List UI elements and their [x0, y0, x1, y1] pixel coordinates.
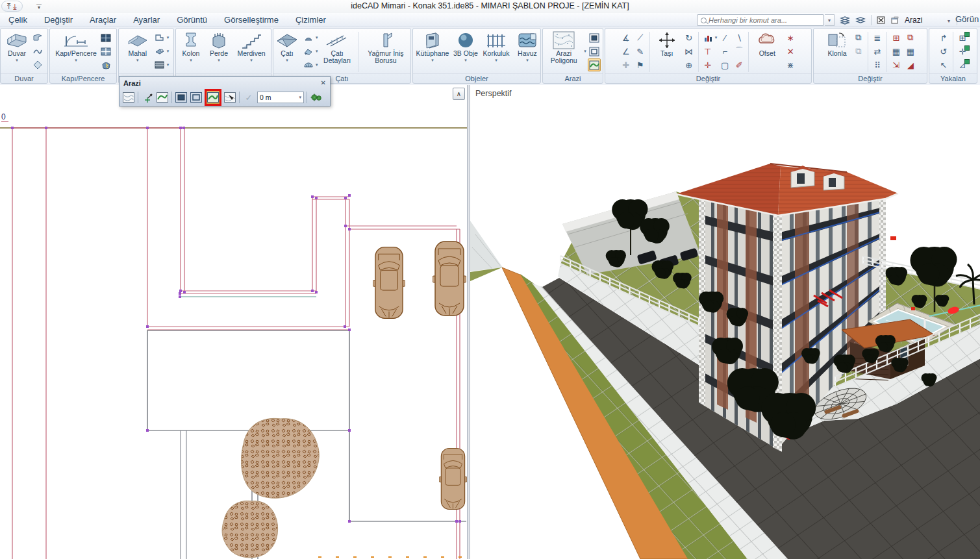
perspective-canvas[interactable]	[470, 85, 980, 559]
tab-araclar[interactable]: Araçlar	[81, 14, 125, 26]
stack-icon[interactable]: ≣	[871, 31, 884, 44]
search-dropdown-button[interactable]: ▾	[825, 14, 835, 26]
stretch-icon[interactable]: ⇲	[890, 58, 903, 71]
terrain-generate-icon[interactable]	[310, 91, 323, 104]
terrain-frame-icon[interactable]	[190, 91, 203, 104]
arazi-floating-toolbar[interactable]: Arazi ✕ ✓ 0	[119, 76, 331, 106]
float-view-icon[interactable]	[888, 14, 901, 26]
fillet-icon[interactable]: ⌒	[733, 45, 746, 58]
free-move-icon[interactable]: ✚	[620, 58, 633, 71]
tab-degistir[interactable]: Değiştir	[36, 14, 81, 26]
swap-icon[interactable]: ⇄	[871, 45, 884, 58]
explode-icon[interactable]: ∗	[784, 31, 797, 44]
close-icon[interactable]: ✕	[321, 79, 326, 86]
tab-goruntu[interactable]: Görüntü	[168, 14, 216, 26]
magic-pen-icon[interactable]: ✐	[733, 58, 746, 71]
layer-stack-icon[interactable]	[853, 14, 868, 26]
grid-select-icon[interactable]: ▦	[890, 45, 903, 58]
perspective-view-panel[interactable]: Perspektif	[470, 85, 980, 559]
cati-detaylari-button[interactable]: Çatı Detayları	[319, 31, 355, 65]
terrain-point-icon[interactable]	[141, 91, 154, 104]
tab-ayarlar[interactable]: Ayarlar	[125, 14, 168, 26]
table-select-icon[interactable]: ▦	[904, 45, 917, 58]
align-icon[interactable]: ⊕	[683, 58, 696, 71]
flag-icon[interactable]: ⚑	[634, 58, 647, 71]
havuz-button[interactable]: Havuz ▾	[514, 31, 540, 63]
layer-list-icon[interactable]	[838, 14, 852, 26]
active-layer-combo[interactable]: Arazi	[902, 16, 925, 25]
terrain-elevation-icon[interactable]	[588, 58, 601, 71]
plan-trees[interactable]	[222, 418, 319, 558]
copy-icon[interactable]: ⧉	[852, 31, 865, 44]
kutuphane-button[interactable]: Kütüphane ▾	[413, 31, 452, 63]
dots-icon[interactable]: ⠿	[871, 58, 884, 71]
obje3b-button[interactable]: 3B Obje ▾	[453, 31, 478, 63]
axis-icon[interactable]: ⊤	[701, 45, 714, 58]
snap-point-lock-icon[interactable]: ✛	[956, 45, 969, 58]
duvar-button[interactable]: Duvar ▾	[4, 31, 30, 63]
awning-icon[interactable]	[302, 58, 315, 71]
terrain-frame-icon[interactable]	[588, 45, 601, 58]
terrain-patch-icon[interactable]	[175, 91, 188, 104]
snap-poly-lock-icon[interactable]: ⊿	[956, 58, 969, 71]
car[interactable]	[439, 448, 467, 509]
terrain-check-icon[interactable]: ✓	[242, 91, 255, 104]
polywall-icon[interactable]	[31, 45, 44, 58]
plan-view-panel[interactable]: 0	[0, 85, 467, 559]
tab-cizimler[interactable]: Çizimler	[287, 14, 334, 26]
eyedropper-icon[interactable]: ✎	[634, 45, 647, 58]
stats-icon[interactable]	[701, 31, 714, 44]
search-input[interactable]	[709, 16, 822, 24]
zone-stamp-icon[interactable]	[153, 45, 166, 58]
skylight-icon[interactable]	[302, 45, 315, 58]
plan-cars[interactable]	[373, 242, 467, 510]
mirror-icon[interactable]: ⋈	[683, 45, 696, 58]
layer-combo-caret-icon[interactable]: ▾	[948, 18, 950, 24]
terrain-patch-icon[interactable]	[588, 31, 601, 44]
merdiven-button[interactable]: Merdiven ▾	[233, 31, 270, 63]
origin-move-icon[interactable]: ✛	[701, 58, 714, 71]
delete-icon[interactable]: ✕	[784, 45, 797, 58]
arazi-poligonu-button[interactable]: Arazi Poligonu	[545, 31, 583, 65]
array2-icon[interactable]: ⧉	[904, 31, 917, 44]
break-icon[interactable]: ⋇	[784, 58, 797, 71]
collapse-view-button[interactable]: ∧	[453, 88, 465, 100]
rotate-icon[interactable]: ↻	[683, 31, 696, 44]
terrain-breakline-icon[interactable]	[156, 91, 169, 104]
tasi-button[interactable]: Taşı	[653, 31, 681, 57]
klonla-button[interactable]: Klonla	[823, 31, 851, 57]
terrain-contours-icon[interactable]	[122, 91, 135, 104]
kapi-pencere-button[interactable]: Kapı/Pencere ▾	[54, 31, 98, 63]
dome-icon[interactable]	[302, 31, 315, 44]
car[interactable]	[373, 247, 405, 319]
eraser-icon[interactable]: ◢	[904, 58, 917, 71]
slab-icon[interactable]	[153, 58, 166, 71]
ruler-pen-icon[interactable]: ⟋	[634, 31, 647, 44]
perde-button[interactable]: Perde ▾	[206, 31, 232, 63]
opening-icon[interactable]	[99, 58, 112, 71]
corner-wall-icon[interactable]	[31, 31, 44, 44]
cati-button[interactable]: Çatı ▾	[273, 31, 301, 63]
array-icon[interactable]: ⊞	[890, 31, 903, 44]
ofset-button[interactable]: Ofset	[751, 31, 783, 57]
gable-wall-icon[interactable]	[31, 58, 44, 71]
command-search[interactable]	[697, 14, 824, 26]
window-grid-icon[interactable]	[99, 45, 112, 58]
clipped-menu-label[interactable]: Görün	[955, 14, 980, 24]
snap-grid-lock-icon[interactable]: ⊞	[956, 31, 969, 44]
mahal-button[interactable]: Mahal ▾	[123, 31, 152, 63]
terrain-elevation-icon[interactable]	[207, 91, 220, 104]
yagmur-inis-borusu-button[interactable]: Yağmur İniş Borusu	[361, 31, 410, 65]
selection-handles[interactable]	[11, 127, 461, 523]
plan-lines[interactable]	[0, 128, 467, 559]
kolon-button[interactable]: Kolon ▾	[177, 31, 205, 63]
trim-icon[interactable]: ∕	[718, 31, 731, 44]
angle-icon[interactable]: ∠	[620, 45, 633, 58]
tab-celik[interactable]: Çelik	[0, 14, 36, 26]
korkuluk-button[interactable]: Korkuluk ▾	[479, 31, 513, 63]
snap-axes-icon[interactable]: ↺	[937, 45, 950, 58]
tab-gorsellestirme[interactable]: Görselleştirme	[216, 14, 287, 26]
car[interactable]	[433, 242, 466, 316]
elevation-value-combo[interactable]: 0 m ▾	[257, 92, 304, 103]
plan-canvas[interactable]	[0, 85, 467, 559]
